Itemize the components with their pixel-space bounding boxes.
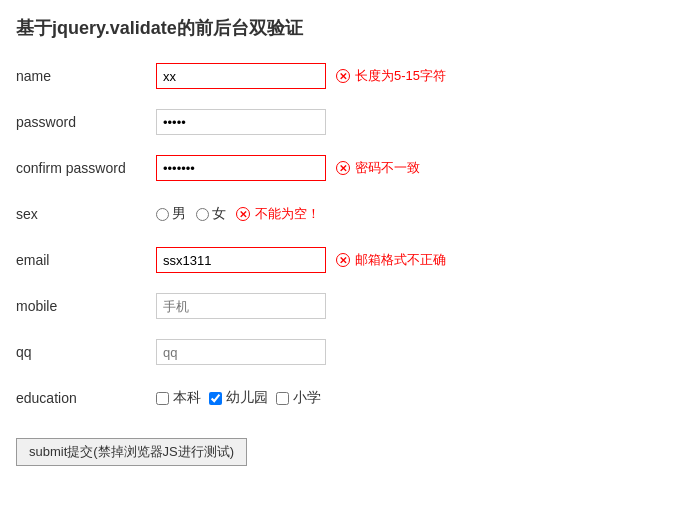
email-input[interactable] [156,247,326,273]
email-error-icon: ✕ [336,253,350,267]
qq-input[interactable] [156,339,326,365]
edu-benkke-item: 本科 [156,389,201,407]
mobile-label: mobile [16,298,156,314]
education-label: education [16,390,156,406]
name-row: name ✕ 长度为5-15字符 [16,60,678,92]
confirm-password-error-icon: ✕ [336,161,350,175]
name-input[interactable] [156,63,326,89]
sex-female-radio[interactable] [196,208,209,221]
name-error: ✕ 长度为5-15字符 [336,67,446,85]
submit-button[interactable]: submit提交(禁掉浏览器JS进行测试) [16,438,247,466]
confirm-password-input[interactable] [156,155,326,181]
sex-female-item: 女 [196,205,226,223]
edu-youeryuan-item: 幼儿园 [209,389,268,407]
password-row: password [16,106,678,138]
sex-radio-group: 男 女 [156,205,226,223]
confirm-password-error: ✕ 密码不一致 [336,159,420,177]
form-container: name ✕ 长度为5-15字符 password confirm passwo… [16,60,678,466]
mobile-row: mobile [16,290,678,322]
edu-youeryuan-checkbox[interactable] [209,392,222,405]
sex-label: sex [16,206,156,222]
password-label: password [16,114,156,130]
sex-row: sex 男 女 ✕ 不能为空！ [16,198,678,230]
edu-xiaoxue-label: 小学 [293,389,321,407]
edu-benke-label: 本科 [173,389,201,407]
sex-male-item: 男 [156,205,186,223]
name-error-icon: ✕ [336,69,350,83]
edu-youeryuan-label: 幼儿园 [226,389,268,407]
sex-female-label: 女 [212,205,226,223]
sex-male-label: 男 [172,205,186,223]
sex-error: ✕ 不能为空！ [236,205,320,223]
qq-label: qq [16,344,156,360]
email-label: email [16,252,156,268]
submit-row: submit提交(禁掉浏览器JS进行测试) [16,428,678,466]
education-checkboxes: 本科 幼儿园 小学 [156,389,321,407]
edu-benke-checkbox[interactable] [156,392,169,405]
email-error: ✕ 邮箱格式不正确 [336,251,446,269]
mobile-input[interactable] [156,293,326,319]
qq-row: qq [16,336,678,368]
confirm-password-label: confirm password [16,160,156,176]
sex-error-icon: ✕ [236,207,250,221]
name-label: name [16,68,156,84]
password-input[interactable] [156,109,326,135]
page-title: 基于jquery.validate的前后台双验证 [16,16,678,40]
confirm-password-row: confirm password ✕ 密码不一致 [16,152,678,184]
education-row: education 本科 幼儿园 小学 [16,382,678,414]
sex-male-radio[interactable] [156,208,169,221]
edu-xiaoxue-checkbox[interactable] [276,392,289,405]
edu-xiaoxue-item: 小学 [276,389,321,407]
email-row: email ✕ 邮箱格式不正确 [16,244,678,276]
